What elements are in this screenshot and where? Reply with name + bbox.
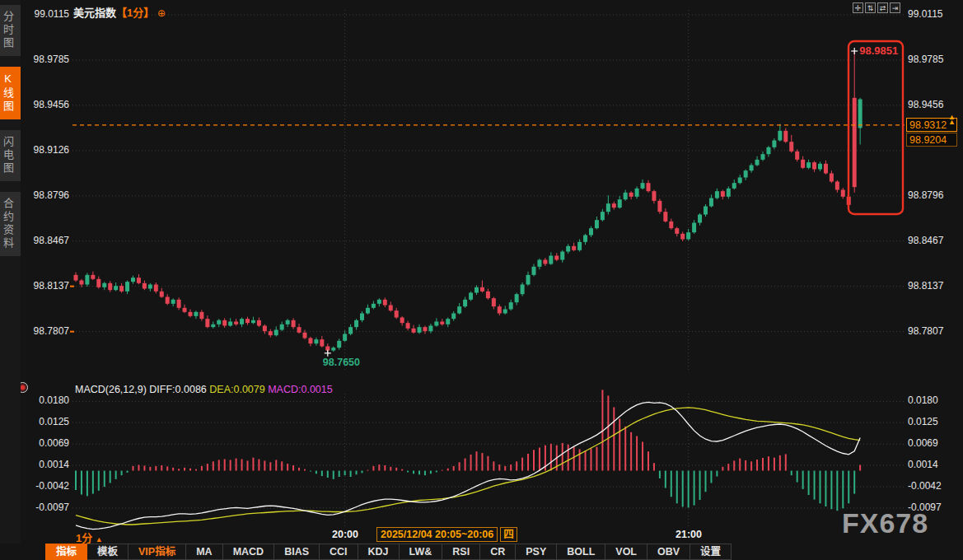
secondary-price-tag: 98.9204 <box>906 133 957 147</box>
macd-macd-value: MACD:0.0015 <box>268 384 333 395</box>
price-tick-left: 99.0115 <box>16 8 69 20</box>
time-tick-left: 20:00 <box>325 529 366 540</box>
price-tick-left: 98.9456 <box>16 99 69 110</box>
chart-title-bar: 美元指数【1分】 ⊕ <box>73 4 166 20</box>
toolbar-button-LW&[interactable]: LW& <box>400 544 443 560</box>
toolbar-button-设置[interactable]: 设置 <box>690 544 732 560</box>
selected-date-range: 2025/12/04 20:05~20:06 <box>376 527 498 542</box>
macd-tick-right: 0.0014 <box>908 459 938 470</box>
move-icon[interactable]: ✛ <box>853 2 863 13</box>
selected-range-box: 2025/12/04 20:05~20:06 四 <box>376 527 517 542</box>
toolbar-button-OBV[interactable]: OBV <box>647 544 690 560</box>
scale-vertical-icon[interactable]: ⇅ <box>865 2 876 13</box>
macd-header: MACD(26,12,9) DIFF:0.0086 DEA:0.0079 MAC… <box>75 384 333 395</box>
toolbar-button-KDJ[interactable]: KDJ <box>358 544 400 560</box>
toolbar-button-BOLL[interactable]: BOLL <box>557 544 605 560</box>
macd-tick-left: 0.0069 <box>16 437 69 449</box>
chevron-up-icon: ▲ <box>96 535 103 544</box>
macd-tick-left: -0.0097 <box>16 502 69 513</box>
macd-tick-right: -0.0042 <box>908 480 942 492</box>
chart-tool-icons: ✛⇅⇄⇥ <box>853 2 900 13</box>
sidebar-item-1[interactable]: K线图 <box>0 67 21 119</box>
macd-dea-value: DEA:0.0079 <box>209 384 264 395</box>
price-tick-left: 98.9785 <box>16 54 69 65</box>
price-tick-right: 98.8467 <box>908 235 943 246</box>
toolbar-button-CCI[interactable]: CCI <box>320 544 358 560</box>
price-up-arrow-icon: ▲▲ <box>948 114 956 124</box>
price-tick-left: 98.8467 <box>16 235 69 246</box>
scale-horizontal-icon[interactable]: ⇄ <box>877 2 888 13</box>
price-tick-right: 98.7807 <box>908 325 943 337</box>
toolbar-button-VOL[interactable]: VOL <box>605 544 647 560</box>
price-tick-right: 98.9456 <box>908 99 943 110</box>
toolbar-button-RSI[interactable]: RSI <box>442 544 480 560</box>
price-tick-right: 99.0115 <box>908 8 943 20</box>
price-tick-right: 98.8137 <box>908 280 943 292</box>
macd-tick-left: 0.0125 <box>16 416 69 427</box>
toolbar-button-PSY[interactable]: PSY <box>516 544 557 560</box>
sidebar: 分时图K线图闪电图合约资料 <box>0 0 21 544</box>
toolbar-button-MA[interactable]: MA <box>186 544 222 560</box>
trading-app: 分时图K线图闪电图合约资料 美元指数【1分】 ⊕ ✛⇅⇄⇥ 98.985198.… <box>0 0 963 560</box>
weekday-badge: 四 <box>500 527 517 542</box>
low-annotation: 98.7650 <box>323 357 360 368</box>
high-annotation: 98.9851 <box>859 44 898 57</box>
macd-tick-left: -0.0042 <box>16 480 69 492</box>
sidebar-item-0[interactable]: 分时图 <box>0 5 21 56</box>
price-tick-right: 98.9785 <box>908 54 943 65</box>
macd-tick-right: 0.0069 <box>908 437 938 449</box>
macd-tick-right: 0.0180 <box>908 394 938 406</box>
macd-tick-left: 0.0014 <box>16 459 69 470</box>
time-axis-row: 1分 ▲ 20:00 2025/12/04 20:05~20:06 四 21:0… <box>0 525 963 544</box>
add-indicator-icon[interactable]: ⊕ <box>157 7 166 19</box>
sidebar-item-3[interactable]: 合约资料 <box>0 192 21 256</box>
toolbar-button-BIAS[interactable]: BIAS <box>274 544 320 560</box>
macd-params: MACD(26,12,9) <box>75 384 147 395</box>
macd-diff-value: DIFF:0.0086 <box>149 384 206 395</box>
toolbar-button-CR[interactable]: CR <box>480 544 516 560</box>
toolbar-button-VIP指标[interactable]: VIP指标 <box>129 544 186 560</box>
price-tick-right: 98.8796 <box>908 189 943 201</box>
sidebar-item-2[interactable]: 闪电图 <box>0 130 21 181</box>
timeframe-label: 【1分】 <box>116 7 154 19</box>
pan-right-icon[interactable]: ⇥ <box>890 2 900 13</box>
toolbar-button-指标[interactable]: 指标 <box>45 544 87 560</box>
price-tick-left: 98.9126 <box>16 144 69 156</box>
price-tick-left: 98.8137 <box>16 280 69 292</box>
time-tick-right: 21:00 <box>668 529 709 540</box>
toolbar-button-模板[interactable]: 模板 <box>87 544 129 560</box>
instrument-title: 美元指数 <box>73 7 116 19</box>
macd-tick-left: 0.0180 <box>16 394 69 406</box>
indicator-toolbar: 指标模板VIP指标MAMACDBIASCCIKDJLW&RSICRPSYBOLL… <box>45 544 732 560</box>
candlestick-and-macd-chart[interactable]: 98.985198.7650 <box>0 0 963 544</box>
watermark: FX678 <box>842 507 928 539</box>
price-tick-left: 98.7807 <box>16 325 69 337</box>
macd-tick-right: 0.0125 <box>908 416 938 427</box>
toolbar-button-MACD[interactable]: MACD <box>223 544 275 560</box>
price-tick-left: 98.8796 <box>16 189 69 201</box>
